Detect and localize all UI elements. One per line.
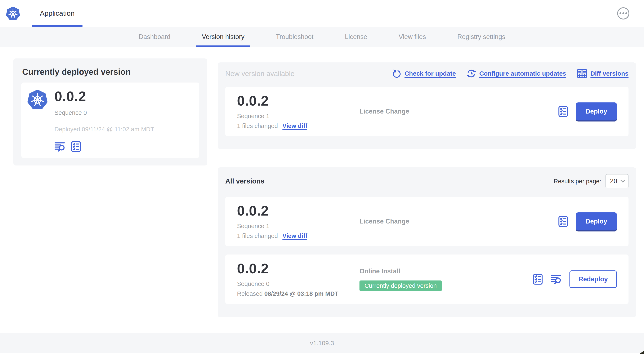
version-row: 0.0.2 Sequence 0 Released08/29/24 @ 03:1… <box>225 254 628 304</box>
view-diff-link[interactable]: View diff <box>282 232 307 239</box>
version-number: 0.0.2 <box>237 93 360 108</box>
new-version-row: 0.0.2 Sequence 1 1 files changed View di… <box>225 87 628 136</box>
configure-automatic-updates-link[interactable]: Configure automatic updates <box>467 69 566 78</box>
version-source-label: Online Install <box>360 267 533 275</box>
tab-license[interactable]: License <box>340 27 373 47</box>
logs-icon <box>550 274 562 284</box>
version-source-label: License Change <box>360 218 558 225</box>
diff-icon <box>577 69 587 78</box>
version-history-column: New version available Check for update <box>218 63 636 317</box>
currently-deployed-badge: Currently deployed version <box>360 280 442 291</box>
preflight-checks-button[interactable] <box>533 274 543 285</box>
currently-deployed-panel: Currently deployed version 0.0.2 S <box>14 59 207 165</box>
released-timestamp: 08/29/24 @ 03:18 pm MDT <box>264 290 338 297</box>
version-sequence: Sequence 1 <box>237 223 360 230</box>
chevron-down-icon <box>620 180 625 183</box>
auto-update-schedule-icon <box>467 69 476 78</box>
refresh-icon <box>392 69 401 78</box>
app-title-tab[interactable]: Application <box>32 0 82 27</box>
kubernetes-app-icon <box>27 89 48 110</box>
deployed-timestamp: Deployed 09/11/24 @ 11:02 am MDT <box>54 126 154 133</box>
diff-versions-link[interactable]: Diff versions <box>577 69 628 78</box>
preflight-checks-button[interactable] <box>558 106 568 117</box>
deploy-button[interactable]: Deploy <box>576 102 617 120</box>
all-versions-section: All versions Results per page: 20 0.0.2 … <box>218 167 636 317</box>
deployed-version-details: 0.0.2 Sequence 0 Deployed 09/11/24 @ 11:… <box>54 89 154 152</box>
view-logs-button[interactable] <box>550 274 562 284</box>
app-footer: v1.109.3 <box>0 333 644 353</box>
tab-version-history[interactable]: Version history <box>196 27 250 47</box>
version-number: 0.0.2 <box>237 261 360 276</box>
check-for-update-link[interactable]: Check for update <box>392 69 456 78</box>
kubernetes-logo-icon <box>6 6 20 21</box>
deployed-version-number: 0.0.2 <box>54 89 154 104</box>
more-menu-button[interactable] <box>617 7 629 20</box>
version-number: 0.0.2 <box>237 203 360 218</box>
view-logs-button[interactable] <box>54 141 65 152</box>
deployed-version-card: 0.0.2 Sequence 0 Deployed 09/11/24 @ 11:… <box>21 83 199 158</box>
released-label: Released <box>237 290 263 297</box>
app-logo <box>6 0 20 27</box>
ellipsis-icon <box>620 12 622 14</box>
logs-icon <box>54 141 65 152</box>
console-version-label: v1.109.3 <box>310 339 334 347</box>
tab-view-files[interactable]: View files <box>393 27 431 47</box>
all-versions-heading: All versions <box>225 177 264 185</box>
section-nav: Dashboard Version history Troubleshoot L… <box>0 27 644 47</box>
version-sequence: Sequence 0 <box>237 280 360 287</box>
currently-deployed-heading: Currently deployed version <box>22 67 199 77</box>
preflight-checklist-icon <box>558 106 568 117</box>
preflight-checklist-icon <box>71 141 81 152</box>
deploy-button[interactable]: Deploy <box>576 212 617 230</box>
tab-registry-settings[interactable]: Registry settings <box>452 27 511 47</box>
preflight-checklist-icon <box>558 216 568 227</box>
preflight-checklist-icon <box>533 274 543 285</box>
new-version-heading: New version available <box>225 70 294 78</box>
tab-troubleshoot[interactable]: Troubleshoot <box>270 27 319 47</box>
results-per-page-label: Results per page: <box>554 178 601 185</box>
tab-dashboard[interactable]: Dashboard <box>133 27 176 47</box>
preflight-checks-button[interactable] <box>558 216 568 227</box>
version-row: 0.0.2 Sequence 1 1 files changed View di… <box>225 197 628 246</box>
results-per-page-select[interactable]: 20 <box>606 174 628 188</box>
app-header: Application <box>0 0 644 27</box>
redeploy-button[interactable]: Redeploy <box>570 270 617 288</box>
files-changed-label: 1 files changed <box>237 232 278 239</box>
deployed-sequence: Sequence 0 <box>54 109 154 116</box>
preflight-checks-button[interactable] <box>71 141 81 152</box>
files-changed-label: 1 files changed <box>237 123 278 129</box>
view-diff-link[interactable]: View diff <box>282 123 307 129</box>
version-sequence: Sequence 1 <box>237 113 360 120</box>
main-content: Currently deployed version 0.0.2 S <box>0 47 644 317</box>
new-version-section: New version available Check for update <box>218 63 636 149</box>
version-source-label: License Change <box>360 108 558 115</box>
